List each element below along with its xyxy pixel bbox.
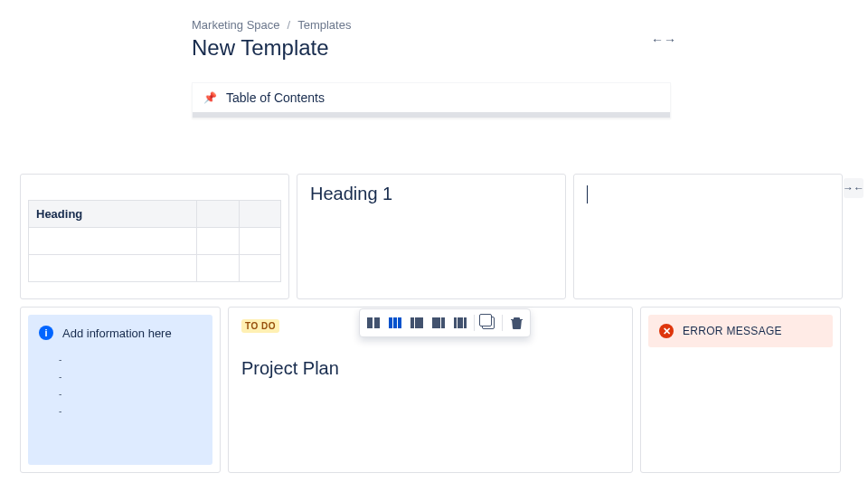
svg-rect-8: [441, 317, 445, 328]
status-lozenge[interactable]: TO DO: [241, 319, 279, 333]
svg-rect-2: [389, 317, 392, 328]
toc-label: Table of Contents: [226, 90, 325, 105]
breadcrumb: Marketing Space / Templates: [192, 18, 868, 32]
error-panel[interactable]: ✕ ERROR MESSAGE: [648, 315, 833, 347]
table-cell[interactable]: [239, 228, 280, 255]
table-cell[interactable]: [197, 228, 239, 255]
error-icon: ✕: [659, 324, 674, 338]
layout-cell-table[interactable]: Heading: [20, 174, 289, 299]
table-cell[interactable]: [29, 255, 197, 282]
heading-1[interactable]: Heading 1: [310, 184, 552, 204]
copy-icon: [482, 317, 495, 329]
info-icon: i: [39, 326, 53, 340]
svg-rect-3: [393, 317, 397, 328]
layout-right-sidebar-button[interactable]: [429, 313, 448, 333]
layout-cell-error[interactable]: ✕ ERROR MESSAGE: [640, 307, 841, 473]
layout-three-sidebars-button[interactable]: [450, 313, 470, 333]
text-cursor: [587, 185, 588, 203]
info-bullet[interactable]: -: [39, 402, 202, 420]
svg-rect-7: [432, 317, 440, 328]
info-bullet[interactable]: -: [39, 368, 202, 385]
svg-rect-11: [464, 317, 467, 328]
breadcrumb-space[interactable]: Marketing Space: [192, 18, 280, 32]
info-panel-text[interactable]: Add information here: [62, 326, 172, 340]
layout-two-equal-button[interactable]: [363, 313, 383, 333]
svg-rect-4: [398, 317, 401, 328]
layout-toolbar: [359, 308, 531, 337]
toolbar-separator: [474, 315, 475, 331]
project-heading[interactable]: Project Plan: [241, 358, 619, 379]
error-panel-text[interactable]: ERROR MESSAGE: [683, 325, 782, 337]
layout-cell-heading[interactable]: Heading 1: [297, 174, 566, 299]
svg-rect-6: [415, 317, 423, 328]
pin-icon: 📌: [203, 91, 217, 104]
delete-button[interactable]: [506, 313, 526, 333]
trash-icon: [511, 317, 523, 329]
content-table[interactable]: Heading: [28, 200, 281, 282]
info-bullet[interactable]: -: [39, 385, 202, 402]
table-cell[interactable]: [197, 255, 239, 282]
svg-rect-1: [374, 317, 380, 328]
svg-rect-10: [458, 317, 463, 328]
svg-rect-5: [410, 317, 414, 328]
toc-placeholder-bar: [193, 112, 670, 118]
layout-cell-info[interactable]: i Add information here - - - -: [20, 307, 221, 473]
table-header-cell[interactable]: [197, 201, 239, 228]
copy-button[interactable]: [478, 313, 498, 333]
expand-width-icon[interactable]: ← →: [651, 33, 675, 47]
layout-left-sidebar-button[interactable]: [407, 313, 427, 333]
table-cell[interactable]: [29, 228, 197, 255]
toolbar-separator: [502, 315, 503, 331]
breadcrumb-section[interactable]: Templates: [297, 18, 351, 32]
info-bullet[interactable]: -: [39, 351, 202, 368]
svg-rect-9: [454, 317, 457, 328]
layout-cell-empty[interactable]: →←: [573, 174, 843, 299]
toc-block[interactable]: 📌 Table of Contents: [192, 82, 671, 118]
info-panel[interactable]: i Add information here - - - -: [28, 315, 212, 465]
breadcrumb-separator: /: [288, 18, 291, 32]
collapse-width-button[interactable]: →←: [844, 178, 863, 198]
table-cell[interactable]: [239, 255, 280, 282]
page-title[interactable]: New Template: [192, 35, 868, 61]
layout-three-equal-button[interactable]: [385, 313, 405, 333]
table-header-cell[interactable]: [239, 201, 280, 228]
svg-rect-0: [367, 317, 373, 328]
table-heading-cell[interactable]: Heading: [29, 201, 197, 228]
